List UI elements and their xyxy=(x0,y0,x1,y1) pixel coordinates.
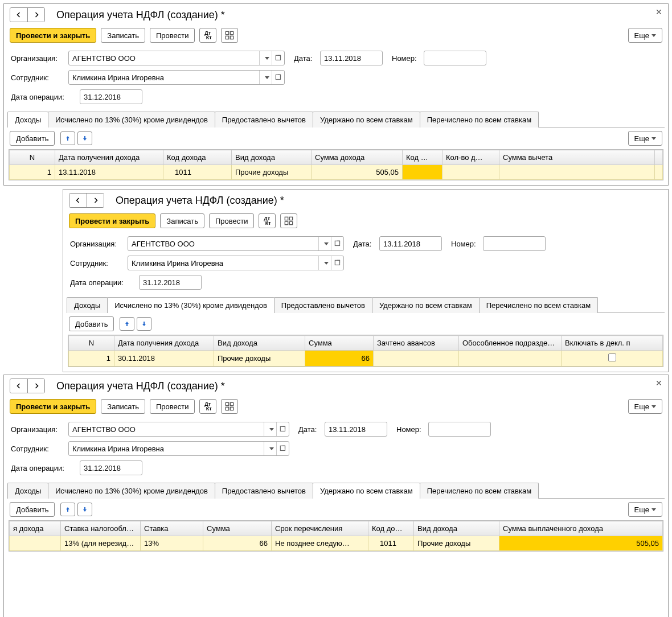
add-button[interactable]: Добавить xyxy=(10,502,55,517)
svg-rect-4 xyxy=(276,55,280,60)
post-button[interactable]: Провести xyxy=(150,28,195,43)
tab-income[interactable]: Доходы xyxy=(67,297,108,313)
table-row[interactable]: 1 13.11.2018 1011 Прочие доходы 505,05 xyxy=(10,165,663,180)
dropdown-icon[interactable] xyxy=(259,71,272,84)
number-field[interactable] xyxy=(424,51,486,65)
move-up-button[interactable] xyxy=(120,317,134,331)
move-down-button[interactable] xyxy=(137,317,151,331)
opdate-field[interactable] xyxy=(80,461,142,475)
dropdown-icon[interactable] xyxy=(264,442,276,455)
move-down-button[interactable] xyxy=(77,131,92,145)
grid-more-button[interactable]: Еще xyxy=(628,502,662,517)
opdate-field[interactable] xyxy=(140,275,202,289)
open-icon[interactable] xyxy=(272,71,284,84)
date-field[interactable] xyxy=(380,237,442,250)
dtkt-button[interactable]: Дт Кт xyxy=(199,28,216,43)
tab-deduct[interactable]: Предоставлено вычетов xyxy=(274,297,372,313)
dropdown-icon[interactable] xyxy=(318,256,331,270)
emp-field[interactable] xyxy=(128,256,318,270)
checkbox-icon[interactable] xyxy=(608,353,616,361)
tab-transferred[interactable]: Перечислено по всем ставкам xyxy=(420,112,539,127)
registers-button[interactable] xyxy=(221,399,238,414)
nav-forward-button[interactable] xyxy=(27,8,44,22)
post-and-close-button[interactable]: Провести и закрыть xyxy=(10,399,96,414)
tab-calc[interactable]: Исчислено по 13% (30%) кроме дивидендов xyxy=(107,297,274,313)
dropdown-icon[interactable] xyxy=(264,422,276,436)
org-field[interactable] xyxy=(69,51,259,65)
open-icon[interactable] xyxy=(276,422,289,436)
number-field[interactable] xyxy=(429,422,491,436)
org-field[interactable] xyxy=(128,237,318,250)
tab-transferred[interactable]: Перечислено по всем ставкам xyxy=(420,483,539,499)
add-button[interactable]: Добавить xyxy=(69,316,114,331)
cell-kod[interactable] xyxy=(403,165,442,180)
cell-ya xyxy=(10,536,61,551)
cell-dekl[interactable] xyxy=(562,351,663,367)
cell-sum: 505,05 xyxy=(312,165,403,180)
more-button[interactable]: Еще xyxy=(628,399,662,414)
close-icon[interactable]: ✕ xyxy=(655,7,662,17)
post-and-close-button[interactable]: Провести и закрыть xyxy=(69,213,155,228)
tab-withheld[interactable]: Удержано по всем ставкам xyxy=(313,483,420,499)
org-field[interactable] xyxy=(69,422,264,436)
move-up-button[interactable] xyxy=(60,131,75,145)
table-row[interactable]: 13% (для нерезид… 13% 66 Не позднее след… xyxy=(10,536,663,551)
cell-sumv[interactable]: 505,05 xyxy=(499,536,663,551)
number-field[interactable] xyxy=(483,237,546,250)
tab-deduct[interactable]: Предоставлено вычетов xyxy=(215,483,313,499)
tab-calc[interactable]: Исчислено по 13% (30%) кроме дивидендов xyxy=(48,112,215,127)
withheld-grid[interactable]: я дохода Ставка налогообл… Ставка Сумма … xyxy=(9,520,663,552)
tab-transferred[interactable]: Перечислено по всем ставкам xyxy=(479,297,598,313)
cell-vid: Прочие доходы xyxy=(414,536,499,551)
date-field[interactable] xyxy=(321,51,383,65)
more-label: Еще xyxy=(634,505,649,514)
post-and-close-button[interactable]: Провести и закрыть xyxy=(10,28,96,43)
tab-withheld[interactable]: Удержано по всем ставкам xyxy=(313,112,420,127)
calc-grid[interactable]: N Дата получения дохода Вид дохода Сумма… xyxy=(68,335,663,367)
open-icon[interactable] xyxy=(272,51,284,65)
post-button[interactable]: Провести xyxy=(150,399,195,414)
table-row[interactable]: 1 30.11.2018 Прочие доходы 66 xyxy=(69,351,663,367)
tab-income[interactable]: Доходы xyxy=(7,112,48,127)
nav-back-button[interactable] xyxy=(10,379,27,393)
label-date: Дата: xyxy=(353,240,376,248)
dropdown-icon[interactable] xyxy=(259,51,272,65)
tab-income[interactable]: Доходы xyxy=(7,483,48,499)
tab-calc[interactable]: Исчислено по 13% (30%) кроме дивидендов xyxy=(48,483,215,499)
move-down-button[interactable] xyxy=(77,503,92,516)
move-up-button[interactable] xyxy=(60,503,75,516)
cell-sum[interactable]: 66 xyxy=(305,351,374,367)
cell-sum: 66 xyxy=(203,536,272,551)
dtkt-button[interactable]: Дт Кт xyxy=(199,399,216,414)
grid-more-button[interactable]: Еще xyxy=(628,131,662,146)
dropdown-icon[interactable] xyxy=(318,237,331,250)
save-button[interactable]: Записать xyxy=(160,213,204,228)
registers-button[interactable] xyxy=(280,213,297,228)
nav-back-button[interactable] xyxy=(69,194,87,207)
dtkt-button[interactable]: Дт Кт xyxy=(259,213,276,228)
registers-button[interactable] xyxy=(221,28,238,43)
date-field[interactable] xyxy=(325,422,387,436)
open-icon[interactable] xyxy=(331,237,343,250)
more-button[interactable]: Еще xyxy=(628,28,662,43)
emp-field[interactable] xyxy=(69,71,259,84)
open-icon[interactable] xyxy=(276,442,289,455)
save-button[interactable]: Записать xyxy=(101,28,145,43)
tab-deduct[interactable]: Предоставлено вычетов xyxy=(215,112,313,127)
opdate-field[interactable] xyxy=(80,90,142,104)
save-button[interactable]: Записать xyxy=(101,399,145,414)
nav-forward-button[interactable] xyxy=(87,194,104,207)
label-opdate: Дата операции: xyxy=(11,464,76,472)
post-button[interactable]: Провести xyxy=(209,213,255,228)
tab-withheld[interactable]: Удержано по всем ставкам xyxy=(372,297,480,313)
income-grid[interactable]: N Дата получения дохода Код дохода Вид д… xyxy=(9,149,663,180)
svg-rect-16 xyxy=(226,402,229,405)
nav-forward-button[interactable] xyxy=(27,379,44,393)
emp-field[interactable] xyxy=(69,442,264,455)
add-button[interactable]: Добавить xyxy=(10,131,55,146)
chevron-down-icon xyxy=(651,34,656,37)
close-icon[interactable]: ✕ xyxy=(655,379,662,388)
label-emp: Сотрудник: xyxy=(11,73,65,82)
nav-back-button[interactable] xyxy=(10,8,27,22)
open-icon[interactable] xyxy=(331,256,343,270)
